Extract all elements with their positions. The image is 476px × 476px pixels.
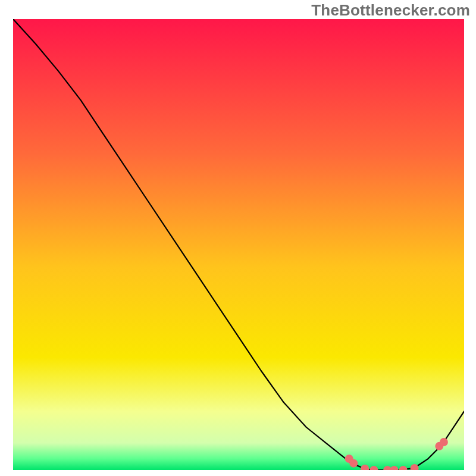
chart-container: TheBottlenecker.com xyxy=(0,0,476,476)
watermark-text: TheBottlenecker.com xyxy=(311,1,470,20)
marker-point xyxy=(349,459,358,468)
chart-svg xyxy=(13,19,464,470)
marker-point xyxy=(440,438,448,446)
gradient-background xyxy=(13,19,464,470)
plot-area xyxy=(13,19,464,470)
